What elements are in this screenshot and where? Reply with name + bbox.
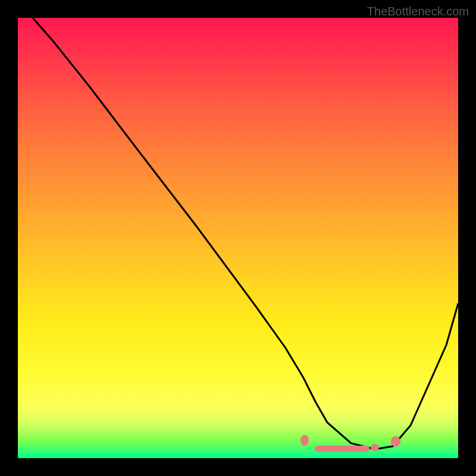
- marker-dot: [392, 437, 400, 446]
- marker-dot: [371, 444, 378, 450]
- watermark-text: TheBottleneck.com: [367, 5, 469, 18]
- curve-line: [33, 18, 458, 449]
- chart-curve: [18, 18, 458, 458]
- marker-dot: [301, 436, 308, 445]
- marker-bar: [315, 446, 369, 451]
